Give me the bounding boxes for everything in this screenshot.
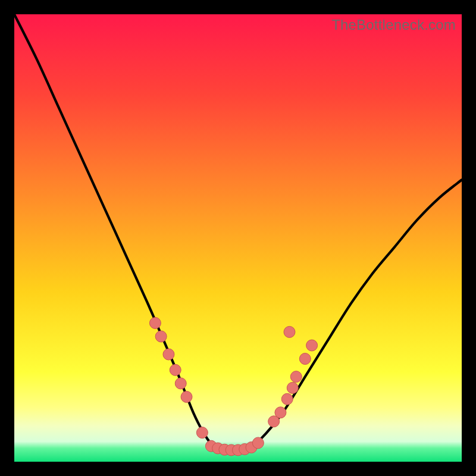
sample-dot: [155, 331, 167, 342]
bottleneck-curve: [14, 14, 462, 451]
sample-dot: [281, 393, 293, 405]
sample-dot: [196, 427, 208, 439]
sample-dot: [163, 349, 174, 360]
sample-dot: [299, 353, 311, 365]
curve-layer: [14, 14, 462, 451]
plot-area: TheBottleneck.com: [14, 14, 462, 462]
sample-dot: [290, 371, 302, 383]
sample-dot: [252, 437, 264, 449]
sample-dot: [170, 364, 181, 375]
sample-dot: [149, 317, 161, 328]
watermark-text: TheBottleneck.com: [331, 17, 456, 33]
sample-dot: [175, 378, 186, 389]
sample-dot: [284, 326, 295, 337]
outer-frame: TheBottleneck.com: [0, 0, 476, 476]
sample-dot: [275, 407, 286, 418]
sample-dot: [287, 382, 298, 393]
dots-layer: [149, 317, 317, 456]
sample-dot: [306, 340, 318, 351]
chart-svg: [14, 14, 462, 462]
sample-dot: [181, 391, 192, 402]
